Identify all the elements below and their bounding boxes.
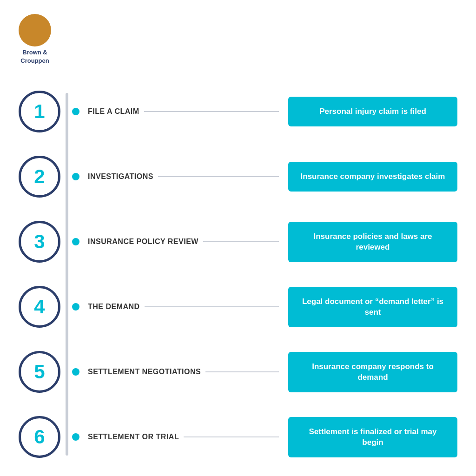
steps-column: 1FILE A CLAIM2INVESTIGATIONS3INSURANCE P… [19,79,279,469]
step-row: 3INSURANCE POLICY REVIEW [19,209,279,274]
step-connector-4 [145,306,279,307]
step-row: 2INVESTIGATIONS [19,144,279,209]
step-row: 5SETTLEMENT NEGOTIATIONS [19,339,279,404]
step-row: 1FILE A CLAIM [19,79,279,144]
step-label-5: SETTLEMENT NEGOTIATIONS [88,368,201,376]
step-circle-4: 4 [19,286,60,328]
page-header: Brown &Crouppen [19,14,457,65]
desc-row-5: Insurance company responds to demand [288,339,457,404]
desc-row-1: Personal injury claim is filed [288,79,457,144]
step-label-3: INSURANCE POLICY REVIEW [88,238,198,246]
desc-box-6: Settlement is finalized or trial may beg… [288,417,457,458]
step-row: 4THE DEMAND [19,274,279,339]
step-label-2: INVESTIGATIONS [88,172,153,181]
descriptions-column: Personal injury claim is filedInsurance … [279,79,457,469]
desc-row-6: Settlement is finalized or trial may beg… [288,404,457,469]
step-circle-5: 5 [19,351,60,393]
main-content: 1FILE A CLAIM2INVESTIGATIONS3INSURANCE P… [19,79,457,469]
logo-circle [19,14,51,46]
step-circle-3: 3 [19,221,60,263]
step-connector-6 [184,436,279,437]
step-dot-4 [72,303,79,311]
logo-wrapper: Brown &Crouppen [19,14,51,65]
desc-box-4: Legal document or “demand letter” is sen… [288,287,457,328]
step-dot-3 [72,238,79,245]
step-circle-1: 1 [19,91,60,132]
step-label-1: FILE A CLAIM [88,107,139,116]
step-row: 6SETTLEMENT OR TRIAL [19,404,279,469]
logo-company-name: Brown &Crouppen [20,48,49,65]
desc-box-2: Insurance company investigates claim [288,162,457,192]
step-dot-2 [72,173,79,180]
desc-box-3: Insurance policies and laws are reviewed [288,222,457,263]
step-dot-6 [72,433,79,441]
step-connector-5 [205,371,279,372]
desc-box-1: Personal injury claim is filed [288,97,457,126]
step-circle-2: 2 [19,156,60,198]
step-label-4: THE DEMAND [88,303,140,311]
step-connector-1 [144,111,279,112]
step-dot-5 [72,368,79,376]
desc-row-3: Insurance policies and laws are reviewed [288,209,457,274]
desc-row-4: Legal document or “demand letter” is sen… [288,274,457,339]
step-connector-3 [203,241,279,242]
step-dot-1 [72,108,79,115]
step-circle-6: 6 [19,416,60,458]
step-label-6: SETTLEMENT OR TRIAL [88,433,179,441]
desc-row-2: Insurance company investigates claim [288,144,457,209]
step-connector-2 [158,176,279,177]
desc-box-5: Insurance company responds to demand [288,352,457,393]
